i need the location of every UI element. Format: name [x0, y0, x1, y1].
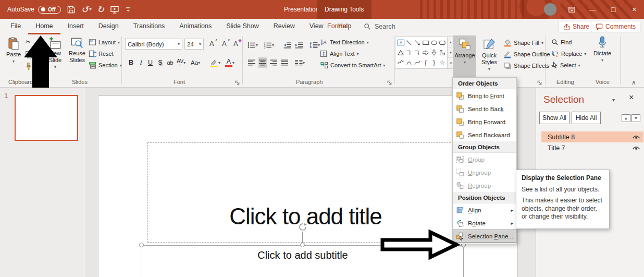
show-all-button[interactable]: Show All	[539, 112, 569, 124]
strikethrough-button[interactable]: ab	[166, 57, 175, 68]
tab-file[interactable]: File	[3, 19, 28, 34]
numbering-button[interactable]: 123▾	[264, 40, 274, 50]
paste-button[interactable]: Paste ▾	[3, 37, 24, 64]
selection-item-subtitle-8[interactable]: Subtitle 8	[541, 131, 643, 142]
copy-button[interactable]: ▾	[25, 51, 36, 58]
pane-options-chevron-icon[interactable]: ▾	[612, 97, 615, 103]
save-button[interactable]	[67, 5, 76, 14]
clear-formatting-button[interactable]: A◆	[231, 39, 240, 49]
change-case-button[interactable]: Aa▾	[191, 57, 200, 68]
eye-icon[interactable]	[632, 135, 640, 140]
cut-button[interactable]: ✂	[25, 39, 30, 45]
find-button[interactable]: Find	[551, 39, 572, 46]
resize-handle[interactable]	[139, 243, 144, 247]
shape-outline-button[interactable]: Shape Outline▾	[503, 50, 554, 58]
oval-shape-icon[interactable]	[430, 39, 438, 47]
curve-shape-icon[interactable]	[413, 58, 422, 67]
eye-icon[interactable]	[632, 146, 640, 151]
move-down-icon[interactable]: ▼	[631, 114, 640, 122]
textbox-shape-icon[interactable]: A	[397, 39, 405, 47]
minimize-button[interactable]: —	[583, 0, 602, 19]
replace-button[interactable]: bcReplace▾	[551, 50, 586, 57]
decrease-font-size-button[interactable]: A∨	[220, 39, 229, 49]
font-dialog-launcher-icon[interactable]	[234, 80, 240, 86]
layout-button[interactable]: Layout▾	[89, 39, 120, 46]
format-painter-button[interactable]	[25, 63, 32, 70]
tab-home[interactable]: Home	[28, 19, 60, 34]
menu-item-regroup[interactable]: Regroup	[453, 179, 516, 192]
scribble-shape-icon[interactable]	[397, 58, 405, 67]
increase-indent-button[interactable]	[294, 40, 303, 50]
increase-font-size-button[interactable]: A∧	[207, 39, 216, 49]
arrow-shape-icon[interactable]	[413, 39, 422, 47]
rounded-rect-shape-icon[interactable]	[438, 39, 447, 47]
section-button[interactable]: Section▾	[89, 62, 122, 69]
font-name-combo[interactable]: Calibri (Body) ▾	[125, 39, 182, 50]
customize-qat-button[interactable]	[125, 6, 131, 13]
arrange-button[interactable]: Arrange ▾	[453, 35, 476, 77]
search-box[interactable]: Search	[364, 19, 395, 34]
underline-button[interactable]: U	[146, 57, 155, 68]
elbow-arrow-shape-icon[interactable]	[413, 49, 422, 57]
selection-item-title-7[interactable]: Title 7	[541, 142, 643, 153]
hide-all-button[interactable]: Hide All	[572, 112, 601, 124]
menu-item-send-to-back[interactable]: Send to Back	[453, 102, 516, 115]
block-arrow-down-shape-icon[interactable]	[430, 49, 438, 57]
clipboard-dialog-launcher-icon[interactable]	[31, 80, 37, 86]
reuse-slides-button[interactable]: Reuse Slides	[67, 37, 88, 64]
collapse-ribbon-button[interactable]: ∧	[631, 79, 636, 86]
highlight-color-button[interactable]: ▾	[209, 57, 220, 68]
font-color-button[interactable]: A▾	[225, 57, 234, 68]
block-arrow-right-shape-icon[interactable]	[422, 49, 430, 57]
tab-format[interactable]: Format	[324, 19, 351, 34]
dictate-button[interactable]: Dictate ▾	[591, 35, 614, 63]
drawing-dialog-launcher-icon[interactable]	[537, 80, 542, 86]
brace-left-shape-icon[interactable]: {	[422, 58, 430, 67]
brace-right-shape-icon[interactable]: }	[430, 58, 438, 67]
tab-slide-show[interactable]: Slide Show	[219, 19, 266, 34]
align-right-button[interactable]	[269, 57, 278, 68]
columns-button[interactable]: ▾	[295, 57, 305, 68]
share-button[interactable]: Share	[559, 21, 594, 32]
text-shadow-button[interactable]: S	[156, 57, 165, 68]
new-slide-button[interactable]: New Slide ▾	[45, 37, 66, 70]
bold-button[interactable]: B	[127, 57, 135, 68]
undo-button[interactable]: ↺▾	[81, 5, 91, 14]
align-center-button[interactable]	[258, 57, 267, 68]
subtitle-placeholder-text[interactable]: Click to add subtitle	[142, 249, 464, 261]
pane-close-icon[interactable]: ×	[629, 93, 634, 102]
move-up-icon[interactable]: ▲	[622, 114, 630, 122]
autosave-toggle[interactable]: AutoSave Off	[7, 6, 61, 14]
redo-button[interactable]: ↻	[97, 5, 104, 14]
close-button[interactable]: ×	[624, 0, 644, 19]
start-slideshow-button[interactable]	[110, 5, 119, 14]
tab-review[interactable]: Review	[266, 19, 302, 34]
tab-animations[interactable]: Animations	[172, 19, 219, 34]
maximize-button[interactable]: □	[603, 0, 623, 19]
drawing-tools-contextual-tab[interactable]: Drawing Tools	[317, 0, 371, 19]
italic-button[interactable]: I	[137, 57, 145, 68]
convert-to-smartart-button[interactable]: Convert to SmartArt▾	[320, 62, 385, 69]
shape-fill-button[interactable]: Shape Fill▾	[503, 39, 543, 47]
text-direction-button[interactable]: AText Direction▾	[320, 39, 369, 46]
font-size-combo[interactable]: 24 ▾	[184, 39, 204, 50]
avatar[interactable]	[544, 3, 556, 16]
menu-item-rotate[interactable]: Rotate▸	[453, 216, 516, 230]
elbow-shape-icon[interactable]	[405, 49, 413, 57]
ribbon-display-options-button[interactable]	[562, 0, 581, 19]
rect-shape-icon[interactable]	[422, 39, 430, 47]
tab-transitions[interactable]: Transitions	[126, 19, 172, 34]
menu-item-align[interactable]: Align▸	[453, 203, 516, 216]
align-text-button[interactable]: Align Text▾	[320, 50, 359, 57]
triangle-shape-icon[interactable]	[397, 49, 405, 57]
tab-design[interactable]: Design	[91, 19, 126, 34]
resize-handle[interactable]	[300, 243, 305, 247]
corner-shape-icon[interactable]	[438, 49, 447, 57]
rotation-handle-icon[interactable]	[298, 222, 307, 232]
menu-item-group[interactable]: Group	[453, 153, 516, 166]
reset-button[interactable]: Reset	[89, 50, 114, 57]
quick-styles-button[interactable]: Quick Styles ▾	[477, 35, 501, 77]
menu-item-selection-pane[interactable]: Selection Pane...	[453, 230, 516, 243]
comments-button[interactable]: Comments	[591, 21, 640, 32]
paragraph-dialog-launcher-icon[interactable]	[387, 80, 392, 86]
